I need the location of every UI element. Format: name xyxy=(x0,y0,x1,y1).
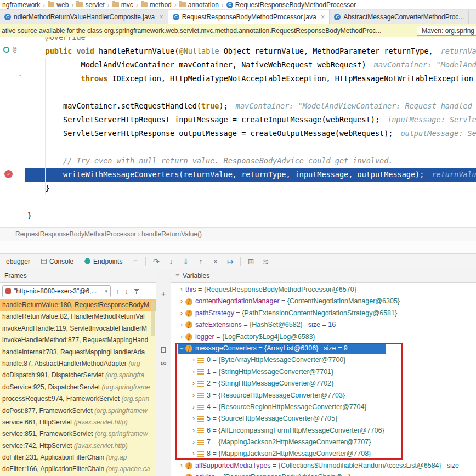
expand-arrow-icon[interactable]: › xyxy=(178,319,185,331)
collapse-arrow-icon[interactable]: › xyxy=(175,345,187,353)
frames-scrollbar[interactable] xyxy=(151,301,155,336)
breadcrumb-item[interactable]: ngframework xyxy=(2,1,40,9)
stack-frame-row[interactable]: doFilter:166, ApplicationFilterChain (or… xyxy=(0,463,156,475)
expand-arrow-icon[interactable]: › xyxy=(178,308,185,319)
stack-frame-row[interactable]: handleReturnValue:180, RequestResponseBo… xyxy=(0,299,156,311)
debug-tab-console[interactable]: Console xyxy=(36,258,78,265)
expand-arrow-icon[interactable]: › xyxy=(178,284,185,296)
debug-tab-ebugger[interactable]: ebugger xyxy=(1,258,35,265)
variable-row[interactable]: ›2 = {StringHttpMessageConverter@7702} xyxy=(171,378,476,389)
breadcrumb-item[interactable]: CRequestResponseBodyMethodProcessor xyxy=(226,1,356,9)
code-line[interactable]: throws IOException, HttpMediaTypeNotAcce… xyxy=(25,72,476,86)
stack-frame-row[interactable]: invokeAndHandle:119, ServletInvocableHan… xyxy=(0,323,156,335)
variable-row[interactable]: ›1 = {StringHttpMessageConverter@7701} xyxy=(171,366,476,378)
code-line[interactable]: ModelAndViewContainer mavContainer, Nati… xyxy=(25,58,476,72)
stack-frame-row[interactable]: doDispatch:991, DispatcherServlet (org.s… xyxy=(0,370,156,381)
variable-row[interactable]: ›5 = {SourceHttpMessageConverter@7705} xyxy=(171,413,476,424)
close-icon[interactable]: × xyxy=(159,13,163,21)
next-frame-icon[interactable]: ↓ xyxy=(125,287,129,296)
breadcrumb-item[interactable]: annotation xyxy=(179,1,219,9)
variable-row[interactable]: ›fmessageConverters = {ArrayList@6306}si… xyxy=(171,343,476,354)
banner-library-button[interactable]: Maven: org.spring xyxy=(417,26,476,36)
expand-arrow-icon[interactable]: › xyxy=(190,413,197,424)
breadcrumb-item[interactable]: web xyxy=(48,1,69,9)
code-line[interactable] xyxy=(25,86,476,99)
force-step-into-icon[interactable]: ⇓ xyxy=(179,257,192,266)
hide-library-frames-icon[interactable] xyxy=(134,288,139,294)
expand-arrow-icon[interactable]: › xyxy=(178,472,185,476)
stack-frame-row[interactable]: doPost:877, FrameworkServlet (org.spring… xyxy=(0,405,156,417)
editor-tab[interactable]: CAbstractMessageConverterMethodProc... xyxy=(330,10,469,24)
variable-row[interactable]: ›3 = {ResourceHttpMessageConverter@7703} xyxy=(171,390,476,401)
expand-arrow-icon[interactable]: › xyxy=(190,437,197,448)
code-line[interactable]: ServletServerHttpResponse outputMessage … xyxy=(25,127,476,140)
variable-row[interactable]: ›fcontentNegotiationManager = {ContentNe… xyxy=(171,296,476,307)
expand-arrow-icon[interactable]: › xyxy=(190,401,197,413)
variable-row[interactable]: ›7 = {MappingJackson2HttpMessageConverte… xyxy=(171,437,476,448)
breadcrumb-item[interactable]: method xyxy=(141,1,172,9)
copy-icon[interactable] xyxy=(156,345,171,354)
debug-tab-endpoints[interactable]: Endpoints xyxy=(80,258,127,265)
expand-arrow-icon[interactable]: › xyxy=(190,425,197,437)
code-line[interactable]: ServletServerHttpRequest inputMessage = … xyxy=(25,113,476,127)
stack-frame-row[interactable]: service:742, HttpServlet (javax.servlet.… xyxy=(0,440,156,452)
stack-frame-row[interactable]: handleReturnValue:82, HandlerMethodRetur… xyxy=(0,311,156,322)
stack-frame-row[interactable]: doFilter:231, ApplicationFilterChain (or… xyxy=(0,452,156,463)
step-over-icon[interactable]: ↷ xyxy=(149,257,163,266)
expand-arrow-icon[interactable]: › xyxy=(190,448,197,460)
variable-row[interactable]: ›fpathStrategy = {PathExtensionContentNe… xyxy=(171,308,476,319)
variable-row[interactable]: ›4 = {ResourceRegionHttpMessageConverter… xyxy=(171,401,476,413)
variable-row[interactable]: ›fallSupportedMediaTypes = {Collections$… xyxy=(171,460,476,472)
code-line[interactable] xyxy=(25,195,476,209)
variable-row[interactable]: ›fsafeExtensions = {HashSet@6582}size = … xyxy=(171,319,476,331)
thread-selector[interactable]: "http-nio-8080-exec-3"@6,... ▾ xyxy=(2,285,111,297)
expand-arrow-icon[interactable]: › xyxy=(190,390,197,401)
stack-frame-row[interactable]: doService:925, DispatcherServlet (org.sp… xyxy=(0,382,156,393)
run-to-cursor-icon[interactable]: ↦ xyxy=(223,257,237,266)
expand-arrow-icon[interactable]: › xyxy=(178,460,185,472)
expand-arrow-icon[interactable]: › xyxy=(190,354,197,366)
show-options-menu-icon[interactable]: ≡ xyxy=(128,257,142,266)
close-icon[interactable]: × xyxy=(321,13,325,21)
stack-frame-row[interactable]: invokeHandlerMethod:877, RequestMappingH… xyxy=(0,335,156,346)
stack-frame-row[interactable]: service:661, HttpServlet (javax.servlet.… xyxy=(0,417,156,428)
code-line[interactable]: public void handleReturnValue(@Nullable … xyxy=(25,44,476,58)
code-line[interactable]: } xyxy=(25,209,476,223)
step-into-icon[interactable]: ↓ xyxy=(164,257,178,266)
editor-tab[interactable]: CRequestResponseBodyMethodProcessor.java… xyxy=(168,10,330,24)
variable-row[interactable]: ›flogger = {LogFactory$Log4jLog@6583} xyxy=(171,331,476,343)
editor-tab[interactable]: CndlerMethodReturnValueHandlerComposite.… xyxy=(0,10,168,24)
step-out-icon[interactable]: ↑ xyxy=(194,257,207,266)
code-area[interactable]: @Override public void handleReturnValue(… xyxy=(0,37,476,223)
stack-frame-row[interactable]: handleInternal:783, RequestMappingHandle… xyxy=(0,347,156,358)
layout-grid-icon[interactable]: ⊞ xyxy=(244,257,258,266)
variable-row[interactable]: ›fadvice = {RequestResponseBodyAdviceCha… xyxy=(171,472,476,476)
breadcrumb-item[interactable]: mvc xyxy=(112,1,133,9)
code-line[interactable] xyxy=(25,140,476,154)
drop-frame-icon[interactable]: × xyxy=(208,257,222,266)
fold-icon[interactable]: ▾ xyxy=(19,72,21,78)
variable-row[interactable]: ›8 = {MappingJackson2HttpMessageConverte… xyxy=(171,448,476,460)
variable-row[interactable]: ›this = {RequestResponseBodyMethodProces… xyxy=(171,284,476,296)
code-line[interactable]: // Try even with null return value. Resp… xyxy=(25,154,476,168)
breadcrumb-item[interactable]: servlet xyxy=(76,1,104,9)
expand-arrow-icon[interactable]: › xyxy=(178,331,185,343)
evaluate-expression-icon[interactable]: ∞ xyxy=(156,358,171,367)
code-line[interactable]: } xyxy=(25,182,476,195)
code-editor[interactable]: @Override public void handleReturnValue(… xyxy=(0,37,476,227)
variable-row[interactable]: ›0 = {ByteArrayHttpMessageConverter@7700… xyxy=(171,354,476,366)
code-line[interactable]: mavContainer.setRequestHandled(true);mav… xyxy=(25,99,476,113)
variable-row[interactable]: ›6 = {AllEncompassingFormHttpMessageConv… xyxy=(171,425,476,437)
stack-frame-row[interactable]: processRequest:974, FrameworkServlet (or… xyxy=(0,393,156,405)
stack-frame-row[interactable]: service:851, FrameworkServlet (org.sprin… xyxy=(0,428,156,440)
editor-breadcrumb-item[interactable]: RequestResponseBodyMethodProcessor xyxy=(15,230,136,238)
code-line[interactable]: writeWithMessageConverters(returnValue, … xyxy=(25,168,476,182)
expand-arrow-icon[interactable]: › xyxy=(190,366,197,378)
splitter[interactable] xyxy=(0,241,476,253)
breakpoint-icon[interactable]: ✓ xyxy=(4,170,13,178)
menu-icon[interactable]: ≡ xyxy=(175,272,179,280)
expand-arrow-icon[interactable]: › xyxy=(190,378,197,389)
settings-icon[interactable]: ≋ xyxy=(259,257,273,266)
expand-arrow-icon[interactable]: › xyxy=(178,296,185,307)
add-watch-icon[interactable]: + xyxy=(156,289,171,298)
